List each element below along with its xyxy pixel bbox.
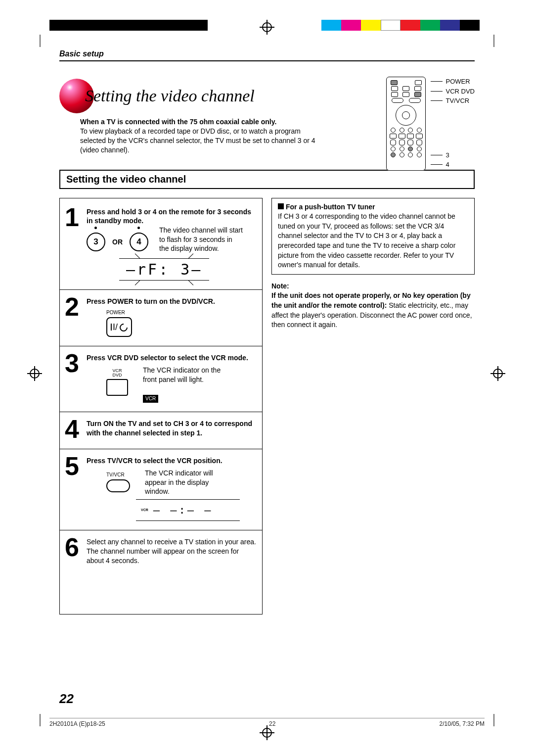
page-number: 22 <box>59 691 74 707</box>
vcrdvd-selector-button[interactable] <box>106 379 128 396</box>
step3-caption: The VCR indicator on the front panel wil… <box>143 366 221 383</box>
trim-marks-top <box>40 35 494 49</box>
tuner-info-box: For a push-button TV tuner If CH 3 or 4 … <box>271 198 475 275</box>
registration-mark-right <box>490 366 505 381</box>
display-vcr-tag: VCR <box>141 508 148 512</box>
remote-label-power: POWER <box>445 77 470 87</box>
vcrdvd-button-label-bot: DVD <box>106 373 128 378</box>
step-divider <box>60 289 262 290</box>
remote-labels: POWER VCR DVD TV/VCR 3 4 <box>431 77 475 171</box>
section-box-heading: Setting the video channel <box>59 170 475 189</box>
power-icon <box>118 321 128 333</box>
section-header: Basic setup <box>59 49 475 58</box>
step-number-4: 4 <box>65 419 82 440</box>
tuner-heading: For a push-button TV tuner <box>286 203 375 211</box>
or-label: OR <box>112 237 123 247</box>
step-divider <box>60 346 262 346</box>
remote-label-3: 3 <box>445 150 449 160</box>
tvvcr-button[interactable] <box>106 479 130 492</box>
registration-mark-top <box>0 20 534 35</box>
remote-button-3[interactable]: 3 <box>87 233 105 251</box>
step-divider <box>60 412 262 412</box>
step4-text: Turn ON the TV and set to CH 3 or 4 to c… <box>87 420 252 437</box>
intro-body: To view playback of a recorded tape or D… <box>80 127 315 154</box>
remote-label-tvvcr: TV/VCR <box>445 96 469 106</box>
display-readout-rf3: –rF: 3– <box>119 258 209 281</box>
step3-text: Press VCR DVD selector to select the VCR… <box>87 354 248 362</box>
remote-label-4: 4 <box>445 160 449 170</box>
note-block: Note: If the unit does not operate prope… <box>271 282 475 330</box>
registration-mark-bottom <box>260 725 274 740</box>
step5-text: Press TV/VCR to select the VCR position. <box>87 457 222 465</box>
step-divider <box>60 449 262 449</box>
step-number-6: 6 <box>65 537 82 566</box>
steps-box: 1 Press and hold 3 or 4 on the remote fo… <box>59 198 263 614</box>
step2-text: Press POWER to turn on the DVD/VCR. <box>87 297 215 305</box>
square-bullet-icon <box>278 203 284 209</box>
step-number-3: 3 <box>65 353 82 403</box>
display-readout-dashes: VCR – –:– – <box>136 499 240 521</box>
remote-diagram <box>386 77 426 171</box>
intro-text: When a TV is connected with the 75 ohm c… <box>80 117 317 155</box>
vcr-indicator-badge: VCR <box>143 395 158 403</box>
step6-text: Select any channel to receive a TV stati… <box>87 538 256 565</box>
section-rule <box>59 60 475 61</box>
step5-caption: The VCR indicator will appear in the dis… <box>145 469 224 497</box>
power-symbol-text: I/ <box>113 321 118 333</box>
tuner-body: If CH 3 or 4 corresponding to the video … <box>278 212 455 269</box>
registration-mark-left <box>27 366 42 381</box>
tvvcr-button-label: TV/VCR <box>106 472 130 478</box>
step-number-5: 5 <box>65 456 82 521</box>
page-title: Setting the video channel <box>85 87 255 105</box>
display-dashes: – –:– – <box>153 503 213 518</box>
power-button[interactable]: I/ <box>106 317 132 337</box>
remote-button-4[interactable]: 4 <box>130 233 148 251</box>
power-button-label: POWER <box>106 309 125 316</box>
step1-caption: The video channel will start to flash fo… <box>159 226 243 253</box>
intro-bold: When a TV is connected with the 75 ohm c… <box>80 118 276 126</box>
remote-label-vcrdvd: VCR DVD <box>445 87 475 96</box>
step-number-2: 2 <box>65 297 82 336</box>
step-number-1: 1 <box>65 207 82 255</box>
step1-text: Press and hold 3 or 4 on the remote for … <box>87 208 251 225</box>
step-divider <box>60 530 262 530</box>
note-heading: Note: <box>271 282 289 290</box>
